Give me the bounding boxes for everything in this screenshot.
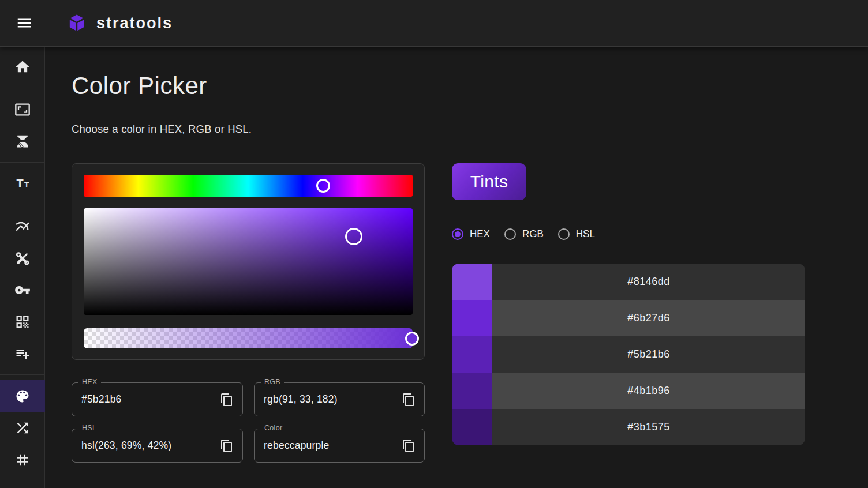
aspect-ratio-icon — [14, 102, 31, 118]
saturation-handle[interactable] — [345, 228, 362, 245]
sidebar-item-home[interactable] — [0, 51, 45, 82]
color-value-fields: HEX #5b21b6 RGB rgb(91, 33, 182) HSL hsl… — [72, 382, 425, 463]
app-logo-cube-icon — [68, 14, 85, 32]
playlist-add-icon — [14, 346, 31, 362]
hamburger-icon — [16, 14, 33, 32]
sidebar: T T — [0, 46, 45, 488]
qr-code-icon — [14, 314, 31, 330]
tint-row[interactable]: #5b21b6 — [452, 336, 805, 373]
hsl-field-value[interactable]: hsl(263, 69%, 42%) — [81, 429, 171, 462]
tint-row[interactable]: #4b1b96 — [452, 373, 805, 409]
page-title: Color Picker — [72, 74, 868, 98]
tints-column: Tints HEX RGB HSL #8146dd — [452, 163, 805, 463]
scale-converter-icon — [14, 133, 31, 149]
alpha-slider[interactable] — [84, 328, 413, 348]
main-content: Color Picker Choose a color in HEX, RGB … — [45, 46, 868, 488]
radio-rgb-circle — [504, 228, 516, 240]
hex-copy-button[interactable] — [219, 392, 235, 408]
tint-hex-value: #3b1575 — [492, 409, 805, 445]
format-radio-group: HEX RGB HSL — [452, 228, 805, 240]
tints-table: #8146dd #6b27d6 #5b21b6 #4b1b96 #3b1575 — [452, 264, 805, 445]
hex-field-value[interactable]: #5b21b6 — [81, 383, 122, 416]
tint-hex-value: #8146dd — [492, 264, 805, 300]
copy-icon — [220, 393, 234, 407]
rgb-copy-button[interactable] — [401, 392, 417, 408]
top-app-bar: stratools — [0, 0, 868, 46]
copy-icon — [402, 393, 416, 407]
sidebar-item-hash[interactable] — [0, 444, 45, 475]
tint-row[interactable]: #6b27d6 — [452, 300, 805, 336]
sidebar-item-qr-code[interactable] — [0, 306, 45, 337]
sidebar-item-typography[interactable]: T T — [0, 168, 45, 200]
svg-text:T: T — [17, 177, 24, 190]
tools-icon — [14, 250, 31, 266]
sidebar-divider — [0, 88, 44, 88]
radio-hsl-circle — [558, 228, 570, 240]
radio-hsl[interactable]: HSL — [558, 228, 595, 240]
tints-button[interactable]: Tints — [452, 163, 526, 200]
sidebar-item-key[interactable] — [0, 274, 45, 306]
hue-slider-handle[interactable] — [316, 179, 330, 193]
tint-row[interactable]: #8146dd — [452, 264, 805, 300]
multiline-chart-icon — [14, 219, 31, 235]
sidebar-item-converter[interactable] — [0, 125, 45, 157]
radio-hex[interactable]: HEX — [452, 228, 490, 240]
hsl-field[interactable]: HSL hsl(263, 69%, 42%) — [72, 429, 243, 463]
app-title: stratools — [96, 14, 173, 32]
shuffle-icon — [14, 420, 31, 436]
tint-swatch — [452, 264, 492, 300]
tint-hex-value: #4b1b96 — [492, 373, 805, 409]
sidebar-item-color-picker[interactable] — [0, 380, 45, 412]
hue-slider[interactable] — [84, 175, 413, 197]
tint-row[interactable]: #3b1575 — [452, 409, 805, 445]
rgb-field[interactable]: RGB rgb(91, 33, 182) — [254, 382, 425, 416]
radio-rgb-label: RGB — [522, 228, 544, 240]
sidebar-divider — [0, 374, 44, 375]
svg-text:T: T — [24, 181, 29, 189]
key-icon — [14, 282, 31, 298]
color-name-field-value[interactable]: rebeccapurple — [264, 429, 330, 462]
tint-hex-value: #6b27d6 — [492, 300, 805, 336]
typography-icon: T T — [14, 176, 31, 192]
hash-icon — [14, 452, 31, 468]
hsl-copy-button[interactable] — [219, 438, 235, 454]
alpha-slider-handle[interactable] — [405, 332, 419, 346]
home-icon — [14, 59, 31, 75]
radio-rgb[interactable]: RGB — [504, 228, 544, 240]
radio-hex-circle — [452, 228, 463, 240]
sidebar-item-tools[interactable] — [0, 242, 45, 274]
tint-swatch — [452, 373, 492, 409]
tint-swatch — [452, 409, 492, 445]
sidebar-item-chart[interactable] — [0, 211, 45, 242]
sidebar-divider — [0, 205, 44, 205]
sidebar-item-aspect-ratio[interactable] — [0, 93, 45, 125]
color-name-copy-button[interactable] — [401, 438, 417, 454]
color-name-field[interactable]: Color rebeccapurple — [254, 429, 425, 463]
sidebar-divider — [0, 162, 44, 163]
tint-hex-value: #5b21b6 — [492, 336, 805, 373]
tint-swatch — [452, 336, 492, 373]
copy-icon — [220, 439, 234, 453]
menu-button[interactable] — [14, 13, 34, 33]
rgb-field-value[interactable]: rgb(91, 33, 182) — [264, 383, 338, 416]
saturation-area[interactable] — [84, 208, 413, 315]
radio-hex-label: HEX — [470, 228, 490, 240]
tint-swatch — [452, 300, 492, 336]
hex-field[interactable]: HEX #5b21b6 — [72, 382, 243, 416]
page-subtitle: Choose a color in HEX, RGB or HSL. — [72, 123, 868, 136]
sidebar-item-shuffle[interactable] — [0, 412, 45, 444]
sidebar-item-playlist-add[interactable] — [0, 337, 45, 369]
radio-hsl-label: HSL — [576, 228, 595, 240]
copy-icon — [402, 439, 416, 453]
palette-icon — [14, 388, 31, 404]
picker-column: HEX #5b21b6 RGB rgb(91, 33, 182) HSL hsl… — [72, 163, 425, 463]
color-picker-panel — [72, 163, 425, 360]
